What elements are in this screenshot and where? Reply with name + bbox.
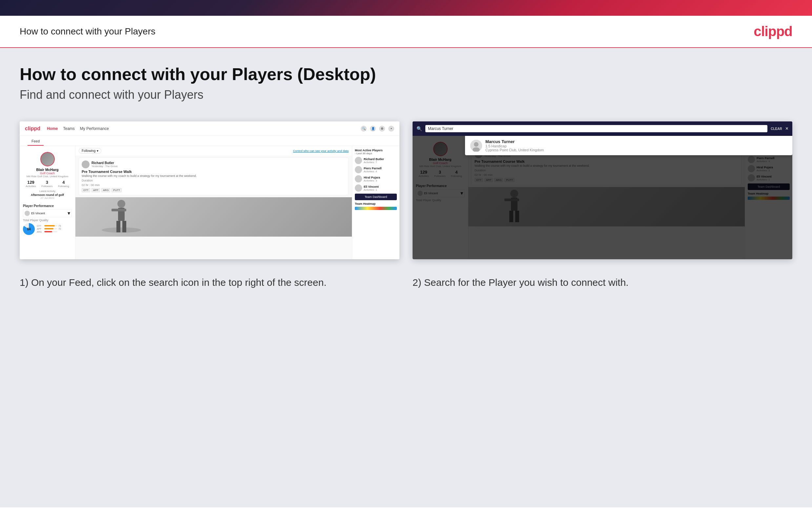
profile-stats-1: 129 Activities 3 Followers 4 Following <box>23 180 72 188</box>
player-list-item-1-4: Eli Vincent Activities: 1 <box>355 184 397 192</box>
screenshot-2: clippd Home Teams My Performance 🔍 👤 ⚙ • <box>413 121 792 259</box>
svg-rect-4 <box>116 221 121 232</box>
user-icon-1[interactable]: 👤 <box>370 126 376 132</box>
following-header-1: Following ▾ Control who can see your act… <box>76 146 352 156</box>
screenshots-row: clippd Home Teams My Performance 🔍 👤 ⚙ • <box>20 121 792 259</box>
profile-avatar-1 <box>40 152 55 166</box>
total-quality-label-1: Total Player Quality <box>23 219 72 222</box>
tag-ott-1: OTT <box>82 188 90 192</box>
app-left-1: Blair McHarg Golf Coach Mill Ride Golf C… <box>20 146 76 259</box>
player-avatar-1-3 <box>355 175 362 182</box>
avatar-icon-1[interactable]: • <box>388 126 394 132</box>
profile-role-1: Golf Coach <box>23 172 72 175</box>
page-title: How to connect with your Players <box>20 26 155 37</box>
nav-home-1[interactable]: Home <box>47 126 58 131</box>
activity-card-1: Richard Butler Yesterday · The Grove Pre… <box>79 158 349 195</box>
app-logo-1: clippd <box>25 126 40 132</box>
latest-activity-label-1: Latest Activity <box>23 190 72 193</box>
heatmap-bar-1 <box>355 207 397 210</box>
caption-1: 1) On your Feed, click on the search ico… <box>20 276 399 289</box>
app-body-1: Blair McHarg Golf Coach Mill Ride Golf C… <box>20 146 399 259</box>
card-desc-1: Walking the course with my coach to buil… <box>82 174 346 177</box>
search-results-2: Marcus Turner 1.5 Handicap Cypress Point… <box>465 136 792 155</box>
search-close-2[interactable]: × <box>785 126 789 132</box>
captions-row: 1) On your Feed, click on the search ico… <box>20 276 792 289</box>
svg-point-0 <box>102 227 141 233</box>
mock-app-1: clippd Home Teams My Performance 🔍 👤 ⚙ • <box>20 121 399 259</box>
app-image-area-1 <box>76 197 352 237</box>
search-icon-in-bar: 🔍 <box>417 126 422 131</box>
player-list-item-1-3: Hiral Pujara Activities: 3 <box>355 175 397 182</box>
app-nav-icons-1: 🔍 👤 ⚙ • <box>361 126 394 132</box>
settings-icon-1[interactable]: ⚙ <box>379 126 385 132</box>
card-duration-1: Duration <box>82 179 346 182</box>
profile-area-1: Blair McHarg Golf Coach Mill Ride Golf C… <box>23 149 72 202</box>
mock-app-2: clippd Home Teams My Performance 🔍 👤 ⚙ • <box>413 121 792 259</box>
card-tags-1: OTT APP ARG PUTT <box>82 188 346 192</box>
svg-rect-3 <box>111 209 126 211</box>
player-list-item-1-2: Piers Parnell Activities: 4 <box>355 166 397 173</box>
profile-club-1: Mill Ride Golf Club, United Kingdom <box>23 175 72 178</box>
active-players-title-1: Most Active Players - Last 30 days <box>355 149 397 155</box>
card-time-1: 02 hr : 00 min <box>82 183 346 187</box>
quality-bars-1: OTT 79 APP 70 ARG <box>37 225 61 234</box>
app-nav-1: clippd Home Teams My Performance 🔍 👤 ⚙ • <box>20 121 399 136</box>
top-bar <box>0 0 812 16</box>
following-btn-1[interactable]: Following ▾ <box>79 148 101 154</box>
stat-followers-1: 3 Followers <box>41 180 52 188</box>
app-center-1: Following ▾ Control who can see your act… <box>76 146 352 259</box>
svg-point-1 <box>117 200 125 208</box>
player-select-name-1: Eli Vincent <box>31 212 66 215</box>
team-dashboard-btn-1[interactable]: Team Dashboard <box>355 194 397 200</box>
search-bar-2: 🔍 Marcus Turner CLEAR × <box>413 121 792 136</box>
app-tabs-row-1: Feed <box>20 136 399 146</box>
nav-my-performance-1[interactable]: My Performance <box>80 126 109 131</box>
search-clear-2[interactable]: CLEAR <box>771 127 782 131</box>
logo: clippd <box>754 24 792 39</box>
tag-arg-1: ARG <box>101 188 110 192</box>
player-avatar-1-2 <box>355 166 362 173</box>
nav-teams-1[interactable]: Teams <box>63 126 75 131</box>
search-result-avatar-2 <box>470 140 482 152</box>
dropdown-icon-1: ▾ <box>67 210 70 216</box>
search-query-2: Marcus Turner <box>428 126 453 131</box>
player-performance-label-1: Player Performance <box>23 204 72 208</box>
search-result-info-2: Marcus Turner 1.5 Handicap Cypress Point… <box>485 139 544 152</box>
stat-following-1: 4 Following <box>58 180 69 188</box>
screenshot-1: clippd Home Teams My Performance 🔍 👤 ⚙ • <box>20 121 399 259</box>
team-heatmap-title-1: Team Heatmap <box>355 202 397 205</box>
app-nav-items-1: Home Teams My Performance <box>47 126 354 131</box>
quality-circle-1: 84 <box>23 223 35 235</box>
svg-point-7 <box>474 142 478 147</box>
feed-tab-1[interactable]: Feed <box>28 137 44 146</box>
player-list-item-1-1: Richard Butler Activities: 7 <box>355 157 397 164</box>
player-avatar-1-4 <box>355 184 362 192</box>
app-right-1: Most Active Players - Last 30 days Richa… <box>352 146 399 259</box>
player-avatar-1-1 <box>355 157 362 164</box>
search-input-area-2[interactable]: Marcus Turner <box>425 125 767 132</box>
header: How to connect with your Players clippd <box>0 16 812 48</box>
tag-putt-1: PUTT <box>111 188 122 192</box>
main-content: How to connect with your Players (Deskto… <box>0 48 812 507</box>
user-info-1: Richard Butler Yesterday · The Grove <box>92 161 118 168</box>
player-select-avatar-1 <box>25 211 30 216</box>
active-players-period-1: - Last 30 days <box>355 152 397 155</box>
search-icon-1[interactable]: 🔍 <box>361 126 367 132</box>
caption-2: 2) Search for the Player you wish to con… <box>413 276 792 289</box>
player-select-1[interactable]: Eli Vincent ▾ <box>23 209 72 217</box>
user-avatar-sm-1 <box>82 161 90 168</box>
search-result-item-2[interactable]: Marcus Turner 1.5 Handicap Cypress Point… <box>465 136 792 155</box>
card-title-1: Pre Tournament Course Walk <box>82 170 346 174</box>
svg-rect-5 <box>122 221 126 232</box>
stat-activities-1: 129 Activities <box>26 180 36 188</box>
control-link-1[interactable]: Control who can see your activity and da… <box>293 149 349 153</box>
main-subtitle: Find and connect with your Players <box>20 88 792 102</box>
activity-date-1: 27 Jul 2022 <box>23 197 72 200</box>
activity-name-1: Afternoon round of golf <box>23 193 72 197</box>
tag-app-1: APP <box>92 188 100 192</box>
profile-name-1: Blair McHarg <box>23 168 72 172</box>
activity-card-user-1: Richard Butler Yesterday · The Grove <box>82 161 346 168</box>
main-title: How to connect with your Players (Deskto… <box>20 64 792 84</box>
